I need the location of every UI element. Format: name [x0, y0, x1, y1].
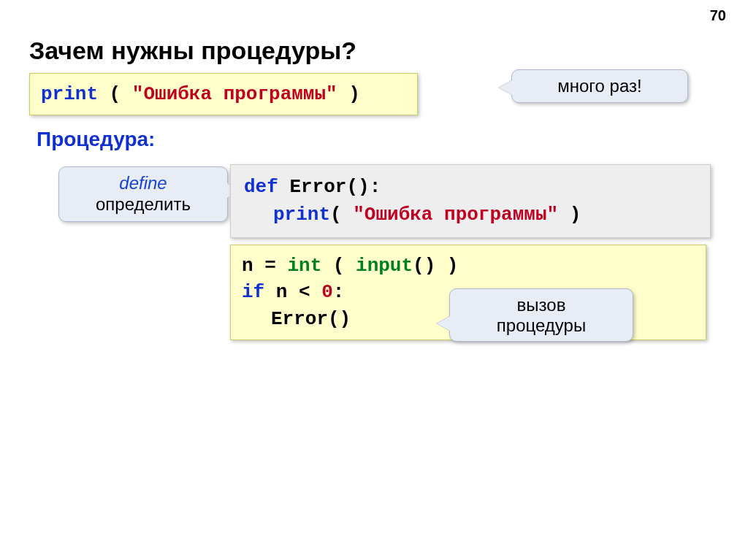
string-literal2: "Ошибка программы" [353, 204, 558, 226]
slide-title: Зачем нужны процедуры? [29, 37, 356, 65]
code-line-n: n = int ( input() ) [242, 253, 695, 279]
callout-define: define определить [58, 166, 228, 222]
paren4: () ) [413, 255, 458, 277]
callout-call-line2: процедуры [465, 315, 618, 336]
fn-name: Error(): [278, 176, 381, 198]
code-print-line: print ( "Ошибка программы" ) [29, 73, 418, 115]
callout-call-line1: вызов [465, 295, 618, 315]
call-error: Error() [271, 308, 351, 330]
callout-many-times: много раз! [511, 69, 688, 103]
cond: n < [264, 281, 321, 303]
string-literal: "Ошибка программы" [132, 83, 337, 105]
kw-int: int [287, 255, 321, 277]
kw-if: if [242, 281, 264, 303]
colon: : [333, 281, 345, 303]
kw-print2: print [273, 204, 330, 226]
subtitle-procedure: Процедура: [37, 128, 155, 151]
code-line-2: print( "Ошибка программы" ) [244, 202, 697, 229]
callout-define-en: define [74, 173, 213, 194]
paren: ( [330, 204, 353, 226]
callout-define-ru: определить [74, 194, 213, 215]
code-line-1: def Error(): [244, 174, 697, 202]
callout-tail [437, 316, 450, 331]
page-number: 70 [710, 7, 726, 24]
paren2: ) [558, 204, 581, 226]
kw-print: print [41, 83, 98, 105]
kw-def: def [244, 176, 278, 198]
paren-close: ) [337, 83, 360, 105]
callout-text: много раз! [557, 76, 641, 96]
lit-zero: 0 [321, 281, 333, 303]
paren3: ( [321, 255, 356, 277]
kw-input: input [356, 255, 413, 277]
callout-tail [499, 80, 512, 95]
callout-call-procedure: вызов процедуры [449, 288, 633, 342]
var-n: n = [242, 255, 287, 277]
paren-open: ( [98, 83, 132, 105]
code-def-box: def Error(): print( "Ошибка программы" ) [230, 164, 711, 238]
